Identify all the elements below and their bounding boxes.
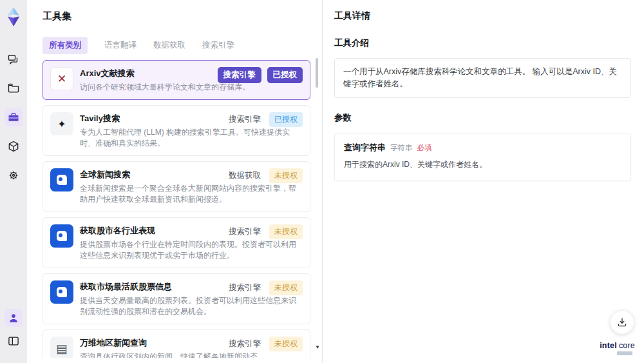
download-icon xyxy=(616,317,628,328)
category-tab[interactable]: 搜索引擎 xyxy=(202,40,234,51)
param-name: 查询字符串 xyxy=(344,142,386,153)
category-tab[interactable]: 语言翻译 xyxy=(104,40,137,51)
download-button[interactable] xyxy=(611,311,634,334)
tool-badges: 搜索引擎 已授权 xyxy=(218,67,303,83)
tool-card[interactable]: 万维地区新闻查询 查询具体行政区划内的新闻，快速了解各地新闻动态。 搜索引擎 未… xyxy=(43,329,310,358)
param-description: 用于搜索的Arxiv ID、关键字或作者姓名。 xyxy=(344,159,621,170)
category-tag: 搜索引擎 xyxy=(229,226,261,237)
tool-description: 提供当天交易量最高的股票列表。投资者可以利用这些信息来识别流动性强的股票和潜在的… xyxy=(80,295,303,317)
tool-logo-icon xyxy=(50,67,73,90)
tool-badges: 数据获取 未授权 xyxy=(229,168,303,183)
params-heading: 参数 xyxy=(334,112,631,124)
brand-badge xyxy=(617,351,632,355)
brand-core: core xyxy=(619,341,635,350)
scroll-down-icon[interactable]: ▼ xyxy=(315,345,320,350)
app-window: 工具集 所有类别语言翻译数据获取搜索引擎 Arxiv文献搜索 访问各个研究领域大… xyxy=(0,0,644,363)
tool-card[interactable]: 获取股市各行业表现 提供股票市场各个行业在特定时间段内的表现。投资者可以利用这些… xyxy=(43,217,310,268)
tool-description: 专为人工智能代理 (LLM) 构建的搜索引擎工具。可快速提供实时、准确和真实的结… xyxy=(80,127,303,149)
param-head: 查询字符串 字符串 必填 xyxy=(344,142,621,153)
category-tag: 搜索引擎 xyxy=(229,114,261,125)
status-badge: 未授权 xyxy=(269,280,303,295)
brand-intel: intel xyxy=(600,341,617,350)
status-badge: 未授权 xyxy=(269,168,303,183)
scrollbar-thumb[interactable] xyxy=(316,58,318,88)
app-logo-icon xyxy=(5,6,23,27)
tool-title: 获取股市各行业表现 xyxy=(80,225,228,237)
tool-description: 提供股票市场各个行业在特定时间段内的表现。投资者可以利用这些信息来识别表现优于或… xyxy=(80,239,303,261)
folder-icon[interactable] xyxy=(5,79,23,97)
tool-list-pane: 工具集 所有类别语言翻译数据获取搜索引擎 Arxiv文献搜索 访问各个研究领域大… xyxy=(27,0,323,363)
detail-title: 工具详情 xyxy=(334,10,631,22)
tool-description: 查询具体行政区划内的新闻，快速了解各地新闻动态。 xyxy=(80,351,303,358)
status-badge: 已授权 xyxy=(267,67,303,83)
tool-title: 全球新闻搜索 xyxy=(80,169,228,181)
params-box: 查询字符串 字符串 必填 用于搜索的Arxiv ID、关键字或作者姓名。 xyxy=(334,133,631,181)
cube-icon[interactable] xyxy=(5,137,23,155)
tool-logo-icon xyxy=(50,280,73,304)
param-item: 查询字符串 字符串 必填 用于搜索的Arxiv ID、关键字或作者姓名。 xyxy=(344,142,621,170)
param-required-label: 必填 xyxy=(417,143,432,153)
tool-card[interactable]: 全球新闻搜索 全球新闻搜索是一个聚合全球各大新闻网站内容的搜索引擎，帮助用户快速… xyxy=(43,161,310,212)
tool-card[interactable]: 获取市场最活跃股票信息 提供当天交易量最高的股票列表。投资者可以利用这些信息来识… xyxy=(43,273,310,324)
tool-logo-icon xyxy=(50,337,73,358)
category-tab[interactable]: 数据获取 xyxy=(153,40,185,51)
intro-heading: 工具介绍 xyxy=(334,37,631,49)
tool-badges: 搜索引擎 未授权 xyxy=(229,337,303,351)
category-tag: 搜索引擎 xyxy=(229,338,261,349)
tool-card[interactable]: Tavily搜索 专为人工智能代理 (LLM) 构建的搜索引擎工具。可快速提供实… xyxy=(43,105,310,156)
tool-description: 全球新闻搜索是一个聚合全球各大新闻网站内容的搜索引擎，帮助用户快速获取全球最新资… xyxy=(80,183,303,205)
status-badge: 未授权 xyxy=(269,224,303,239)
intel-core-logo: intelcore xyxy=(600,341,635,355)
tool-logo-icon xyxy=(50,168,73,191)
category-tabs: 所有类别语言翻译数据获取搜索引擎 xyxy=(43,37,310,54)
tool-badges: 搜索引擎 已授权 xyxy=(229,112,303,127)
tool-description: 访问各个研究领域大量科学论文和文章的存储库。 xyxy=(80,82,303,93)
user-icon[interactable] xyxy=(5,309,23,327)
category-tag: 搜索引擎 xyxy=(229,282,261,293)
tool-detail-pane: 工具详情 工具介绍 一个用于从Arxiv存储库搜索科学论文和文章的工具。 输入可… xyxy=(323,0,644,363)
tool-badges: 搜索引擎 未授权 xyxy=(229,280,303,295)
param-type: 字符串 xyxy=(390,143,413,153)
tool-badges: 搜索引擎 未授权 xyxy=(229,224,303,239)
page-title: 工具集 xyxy=(43,10,310,23)
status-badge: 已授权 xyxy=(269,112,303,127)
category-tab[interactable]: 所有类别 xyxy=(43,37,88,54)
tool-logo-icon xyxy=(50,224,73,248)
intro-text-box: 一个用于从Arxiv存储库搜索科学论文和文章的工具。 输入可以是Arxiv ID… xyxy=(334,58,631,98)
settings-gear-icon[interactable] xyxy=(5,166,23,184)
category-tag: 搜索引擎 xyxy=(218,67,261,83)
tool-card[interactable]: Arxiv文献搜索 访问各个研究领域大量科学论文和文章的存储库。 搜索引擎 已授… xyxy=(43,60,310,100)
tool-logo-icon xyxy=(50,112,73,135)
status-badge: 未授权 xyxy=(269,337,303,351)
tool-title: 万维地区新闻查询 xyxy=(80,337,228,349)
chat-icon[interactable] xyxy=(5,50,23,68)
tool-list: Arxiv文献搜索 访问各个研究领域大量科学论文和文章的存储库。 搜索引擎 已授… xyxy=(43,60,310,358)
tool-title: 获取市场最活跃股票信息 xyxy=(80,281,228,293)
tool-title: Arxiv文献搜索 xyxy=(80,68,228,79)
left-rail xyxy=(0,0,27,363)
category-tag: 数据获取 xyxy=(229,170,261,181)
panel-toggle-icon[interactable] xyxy=(5,332,23,350)
toolbox-icon[interactable] xyxy=(5,108,23,126)
tool-title: Tavily搜索 xyxy=(80,113,228,124)
